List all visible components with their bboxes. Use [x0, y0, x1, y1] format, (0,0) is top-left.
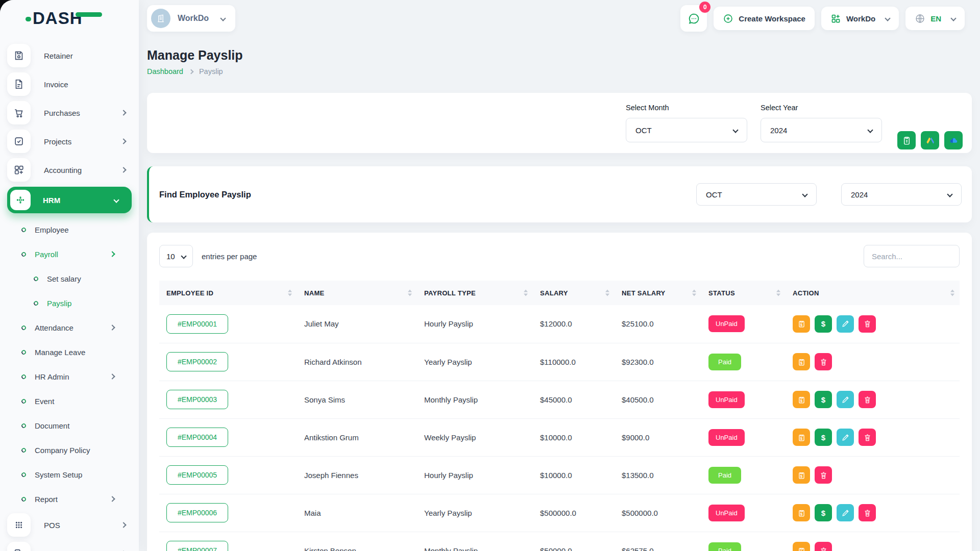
col-action[interactable]: ACTION [786, 281, 960, 305]
entries-per-page-select[interactable]: 10 [159, 245, 193, 267]
sort-icon [288, 290, 292, 296]
pay-button[interactable]: $ [815, 391, 832, 408]
sidebar-item-event[interactable]: Event [7, 391, 139, 411]
brand-logo[interactable]: DASH [0, 0, 139, 37]
sidebar-item-crm[interactable]: CRM [7, 542, 139, 551]
table-controls: 10 entries per page [159, 245, 960, 267]
sidebar-item-employee[interactable]: Employee [7, 219, 139, 240]
year-select[interactable]: 2024 [761, 118, 882, 142]
dollar-icon: $ [821, 433, 825, 442]
delete-button[interactable] [859, 504, 876, 521]
delete-button[interactable] [859, 391, 876, 408]
edit-button[interactable] [837, 315, 854, 333]
sidebar-item-invoice[interactable]: Invoice [7, 72, 139, 96]
edit-button[interactable] [837, 429, 854, 446]
generate-payslip-button[interactable] [897, 131, 916, 149]
pay-button[interactable]: $ [815, 504, 832, 521]
delete-button[interactable] [859, 429, 876, 446]
onedrive-export-button[interactable] [944, 131, 963, 149]
sidebar-item-hr-admin[interactable]: HR Admin [7, 366, 139, 387]
pencil-icon [841, 395, 850, 404]
sidebar-item-purchases[interactable]: Purchases [7, 101, 139, 124]
workdo-menu-button[interactable]: WorkDo [821, 7, 899, 30]
col-status[interactable]: STATUS [701, 281, 786, 305]
edit-button[interactable] [837, 504, 854, 521]
payslip-button[interactable]: $ [793, 391, 810, 408]
sidebar-item-report[interactable]: Report [7, 489, 139, 509]
invoice-icon [7, 72, 31, 96]
col-payroll-type[interactable]: PAYROLL TYPE [417, 281, 533, 305]
payslip-button[interactable]: $ [793, 504, 810, 521]
sort-icon [950, 290, 954, 296]
employee-name: Sonya Sims [297, 381, 417, 418]
google-drive-export-button[interactable] [921, 131, 939, 149]
create-workspace-button[interactable]: Create Workspace [714, 7, 815, 30]
employee-id-badge[interactable]: #EMP00005 [166, 465, 228, 485]
messages-button[interactable]: 0 [680, 5, 707, 32]
payslip-button[interactable]: $ [793, 542, 810, 551]
salary: $45000.0 [533, 381, 615, 418]
month-select[interactable]: OCT [626, 118, 747, 142]
delete-button[interactable] [815, 542, 832, 551]
row-actions: $ $ [793, 315, 952, 333]
find-month-select[interactable]: OCT [696, 183, 817, 206]
brand-name: DASH [33, 9, 83, 28]
employee-id-badge[interactable]: #EMP00006 [166, 503, 228, 522]
delete-button[interactable] [815, 466, 832, 484]
employee-id-badge[interactable]: #EMP00002 [166, 352, 228, 371]
col-name[interactable]: NAME [297, 281, 417, 305]
employee-id-badge[interactable]: #EMP00004 [166, 428, 228, 447]
col-net-salary[interactable]: NET SALARY [615, 281, 701, 305]
pay-button[interactable]: $ [815, 315, 832, 333]
chevron-right-icon [120, 138, 126, 144]
select-year-label: Select Year [761, 104, 882, 112]
find-employee-payslip-card: Find Employee Payslip OCT 2024 [147, 166, 972, 222]
chevron-right-icon [109, 251, 115, 257]
trash-icon [863, 509, 872, 517]
sidebar-item-manage-leave[interactable]: Manage Leave [7, 342, 139, 362]
chevron-right-icon [120, 167, 126, 172]
find-year-select[interactable]: 2024 [841, 183, 962, 206]
table-row: #EMP00005 Joseph Fiennes Hourly Payslip … [159, 456, 960, 494]
sidebar-item-hrm[interactable]: HRM [7, 187, 132, 213]
sidebar-item-pos[interactable]: POS [7, 513, 139, 537]
col-salary[interactable]: SALARY [533, 281, 615, 305]
workspace-avatar [151, 9, 170, 28]
row-actions: $ [793, 353, 952, 370]
payslip-button[interactable]: $ [793, 429, 810, 446]
sidebar-item-document[interactable]: Document [7, 415, 139, 436]
topbar: WorkDo 0 Create Workspace WorkDo [139, 0, 980, 37]
employee-id-badge[interactable]: #EMP00003 [166, 390, 228, 409]
payroll-type: Hourly Payslip [417, 456, 533, 494]
payslip-button[interactable]: $ [793, 353, 810, 370]
pay-button[interactable]: $ [815, 429, 832, 446]
sidebar-item-payroll[interactable]: Payroll [7, 244, 139, 264]
dot-icon [33, 276, 39, 282]
sidebar-item-company-policy[interactable]: Company Policy [7, 440, 139, 460]
payslip-button[interactable]: $ [793, 315, 810, 333]
payslip-button[interactable]: $ [793, 466, 810, 484]
employee-id-badge[interactable]: #EMP00001 [166, 314, 228, 334]
delete-button[interactable] [815, 353, 832, 370]
sidebar-item-payslip[interactable]: Payslip [7, 293, 139, 313]
sidebar-item-attendance[interactable]: Attendance [7, 317, 139, 338]
search-input[interactable] [864, 245, 960, 267]
workspace-switcher[interactable]: WorkDo [147, 5, 235, 32]
col-employee-id[interactable]: EMPLOYEE ID [159, 281, 297, 305]
sidebar-item-projects[interactable]: Projects [7, 130, 139, 153]
app-root: DASH Retainer Invoice Purchases Projects [0, 0, 980, 551]
employee-id-badge[interactable]: #EMP00007 [166, 541, 228, 551]
breadcrumb-dashboard-link[interactable]: Dashboard [147, 67, 183, 76]
breadcrumb: Dashboard Payslip [147, 67, 972, 76]
language-selector[interactable]: EN [905, 7, 965, 30]
status-badge: UnPaid [708, 429, 745, 446]
chevron-right-icon [188, 69, 193, 74]
row-actions: $ [793, 466, 952, 484]
edit-button[interactable] [837, 391, 854, 408]
sidebar-item-system-setup[interactable]: System Setup [7, 464, 139, 485]
sidebar-item-accounting[interactable]: Accounting [7, 158, 139, 182]
sidebar-item-set-salary[interactable]: Set salary [7, 268, 139, 289]
delete-button[interactable] [859, 315, 876, 333]
sidebar-item-retainer[interactable]: Retainer [7, 44, 139, 67]
trash-icon [863, 319, 872, 328]
